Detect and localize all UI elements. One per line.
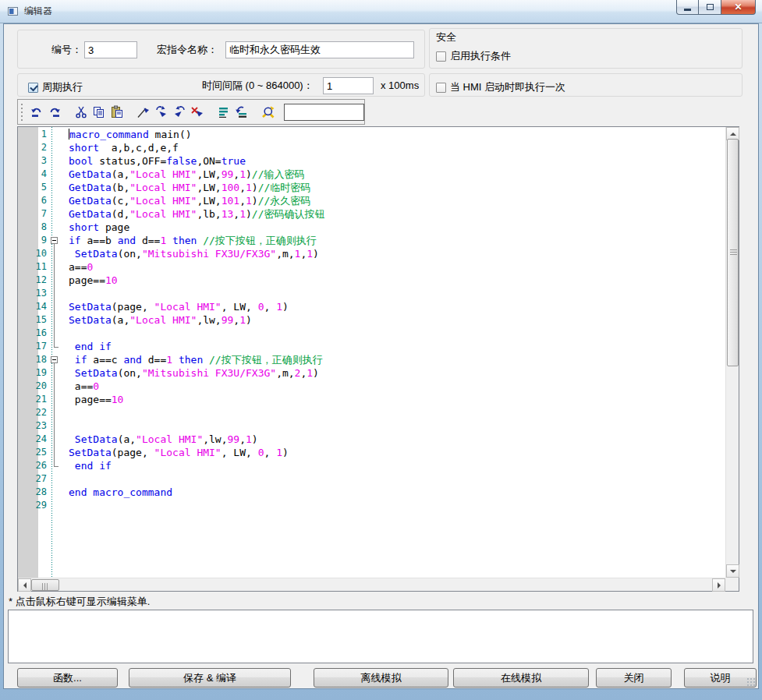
run-on-startup-checkbox[interactable]: 当 HMI 启动时即执行一次 [436, 80, 565, 94]
cut-button[interactable] [72, 103, 90, 122]
code-line[interactable]: 7GetData(d,"Local HMI",lb,13,1)//密码确认按钮 [18, 207, 725, 221]
code-line[interactable]: 26 end if [18, 459, 725, 472]
code-line[interactable]: 5GetData(b,"Local HMI",LW,100,1)//临时密码 [18, 181, 725, 194]
code-line[interactable]: 22 [18, 406, 725, 419]
code-line[interactable]: 9if a==b and d==1 then //按下按钮，正确则执行 [18, 234, 725, 247]
code-line[interactable]: 19 SetData(on,"Mitsubishi FX3U/FX3G",m,2… [18, 366, 725, 380]
code-line[interactable]: 28end macro_command [18, 486, 725, 499]
code-line[interactable]: 29 [18, 499, 725, 512]
horizontal-scrollbar[interactable] [18, 578, 725, 591]
code-line[interactable]: 21 page==10 [18, 393, 725, 406]
code-line[interactable]: 2short a,b,c,d,e,f [18, 141, 725, 154]
code-line[interactable]: 12page==10 [18, 274, 725, 287]
code-line[interactable]: 24 SetData(a,"Local HMI",lw,99,1) [18, 433, 725, 446]
offline-sim-button[interactable]: 离线模拟 [314, 668, 448, 688]
vertical-scrollbar[interactable] [725, 127, 739, 578]
code-text: short page [65, 221, 129, 234]
code-surface[interactable]: 1macro_command main()2short a,b,c,d,e,f3… [18, 127, 725, 578]
indent-button[interactable] [214, 103, 232, 122]
arrow-up-icon [730, 129, 736, 136]
fold-column [49, 154, 65, 168]
toolbar-grip[interactable] [20, 103, 24, 122]
maximize-button[interactable] [699, 0, 721, 15]
save-compile-button[interactable]: 保存 & 编译 [129, 668, 291, 688]
code-line[interactable]: 3bool status,OFF=false,ON=true [18, 154, 725, 168]
close-window-button[interactable]: ✕ [721, 0, 756, 15]
horizontal-scroll-thumb[interactable] [31, 579, 59, 591]
code-line[interactable]: 15SetData(a,"Local HMI",lw,99,1) [18, 313, 725, 327]
code-line[interactable]: 17 end if [18, 340, 725, 353]
next-bookmark-icon [154, 105, 168, 119]
fold-marker[interactable] [49, 234, 65, 247]
enable-condition-checkbox[interactable]: 启用执行条件 [436, 49, 511, 63]
prev-bookmark-button[interactable] [170, 103, 188, 122]
periodic-checkbox[interactable]: 周期执行 [28, 80, 83, 94]
resize-grip[interactable] [746, 677, 756, 687]
code-text: GetData(b,"Local HMI",LW,100,1)//临时密码 [65, 181, 310, 194]
copy-button[interactable] [90, 103, 108, 122]
periodic-label: 周期执行 [42, 80, 83, 94]
macro-id-input[interactable] [84, 41, 137, 58]
code-text [65, 472, 69, 486]
line-number: 22 [18, 406, 49, 419]
close-button[interactable]: 关闭 [596, 668, 672, 688]
maximize-icon [707, 4, 714, 10]
prev-bookmark-icon [172, 105, 186, 119]
code-line[interactable]: 27 [18, 472, 725, 486]
thumb-grip [730, 249, 737, 255]
line-number: 7 [18, 207, 49, 221]
title-bar[interactable]: 编辑器 ✕ [0, 0, 762, 23]
code-line[interactable]: 23 [18, 419, 725, 433]
outdent-button[interactable] [232, 103, 250, 122]
toolbar-search-input[interactable] [284, 104, 364, 121]
line-number: 26 [18, 459, 49, 472]
code-line[interactable]: 25SetData(page, "Local HMI", LW, 0, 1) [18, 446, 725, 459]
redo-button[interactable] [45, 103, 63, 122]
functions-button[interactable]: 函数... [17, 668, 118, 688]
line-number: 14 [18, 300, 49, 313]
clear-bookmarks-button[interactable] [188, 103, 206, 122]
replace-icon [261, 105, 275, 119]
fold-toggle-icon[interactable] [51, 237, 58, 244]
indent-icon [217, 105, 231, 119]
undo-button[interactable] [27, 103, 45, 122]
periodic-checkbox-box[interactable] [28, 83, 38, 93]
interval-input[interactable] [323, 77, 374, 94]
run-on-startup-checkbox-box[interactable] [436, 83, 446, 93]
compile-message-box[interactable] [8, 610, 753, 663]
code-line[interactable]: 18 if a==c and d==1 then //按下按钮，正确则执行 [18, 353, 725, 366]
line-number: 11 [18, 260, 49, 274]
code-line[interactable]: 6GetData(c,"Local HMI",LW,101,1)//永久密码 [18, 194, 725, 207]
code-line[interactable]: 8short page [18, 221, 725, 234]
code-line[interactable]: 4GetData(a,"Local HMI",LW,99,1)//输入密码 [18, 168, 725, 181]
code-line[interactable]: 14SetData(page, "Local HMI", LW, 0, 1) [18, 300, 725, 313]
online-sim-button[interactable]: 在线模拟 [453, 668, 589, 688]
paste-button[interactable] [108, 103, 126, 122]
scroll-down-button[interactable] [726, 564, 739, 578]
fold-toggle-icon[interactable] [51, 356, 58, 363]
vertical-scroll-thumb[interactable] [727, 139, 739, 366]
code-line[interactable]: 20 a==0 [18, 380, 725, 393]
scroll-right-button[interactable] [712, 578, 725, 592]
code-editor: 1macro_command main()2short a,b,c,d,e,f3… [17, 126, 739, 592]
run-on-startup-label: 当 HMI 启动时即执行一次 [450, 80, 565, 94]
scroll-left-button[interactable] [18, 578, 31, 592]
code-line[interactable]: 11a==0 [18, 260, 725, 274]
enable-condition-checkbox-box[interactable] [436, 51, 446, 62]
code-line[interactable]: 13 [18, 287, 725, 300]
fold-column [49, 300, 65, 313]
code-line[interactable]: 10 SetData(on,"Mitsubishi FX3U/FX3G",m,1… [18, 247, 725, 260]
line-number: 25 [18, 446, 49, 459]
next-bookmark-button[interactable] [152, 103, 170, 122]
code-line[interactable]: 16 [18, 327, 725, 340]
line-number: 12 [18, 274, 49, 287]
fold-marker[interactable] [49, 353, 65, 366]
fold-column [49, 340, 65, 353]
macro-name-input[interactable] [225, 41, 414, 58]
toggle-bookmark-button[interactable] [134, 103, 152, 122]
replace-button[interactable] [259, 103, 277, 122]
minimize-button[interactable] [676, 0, 699, 15]
code-line[interactable]: 1macro_command main() [18, 128, 725, 141]
clear-bookmarks-icon [190, 105, 204, 119]
fold-column [49, 207, 65, 221]
